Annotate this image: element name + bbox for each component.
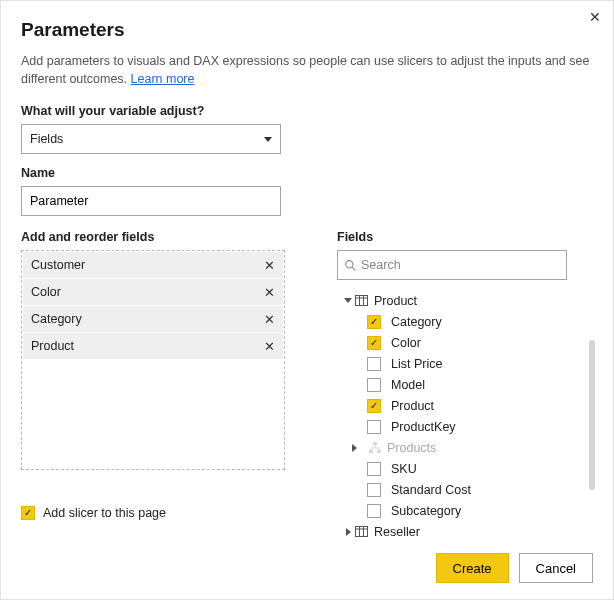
tree-field-row[interactable]: Model xyxy=(367,374,593,395)
svg-rect-8 xyxy=(377,450,381,453)
description-text: Add parameters to visuals and DAX expres… xyxy=(21,54,589,86)
remove-icon[interactable]: ✕ xyxy=(264,339,275,354)
chevron-right-icon[interactable] xyxy=(349,444,359,452)
add-slicer-label: Add slicer to this page xyxy=(43,506,166,520)
field-checkbox[interactable] xyxy=(367,483,381,497)
add-slicer-checkbox[interactable]: ✓ xyxy=(21,506,35,520)
reorder-item[interactable]: Category ✕ xyxy=(23,306,283,333)
tree-field-row[interactable]: ProductKey xyxy=(367,416,593,437)
dialog-footer: Create Cancel xyxy=(436,553,594,583)
tree-field-row[interactable]: ✓Product xyxy=(367,395,593,416)
field-checkbox[interactable]: ✓ xyxy=(367,315,381,329)
fields-column: Fields Search Product ✓Category ✓Color L… xyxy=(303,230,593,530)
tree-field-label: ProductKey xyxy=(391,420,456,434)
svg-rect-7 xyxy=(369,450,373,453)
tree-field-label: Subcategory xyxy=(391,504,461,518)
field-checkbox[interactable] xyxy=(367,504,381,518)
name-input-field[interactable] xyxy=(30,194,272,208)
reorder-box: Customer ✕ Color ✕ Category ✕ Product ✕ xyxy=(21,250,285,470)
tree-field-label: Model xyxy=(391,378,425,392)
fields-label: Fields xyxy=(337,230,593,244)
scrollbar[interactable] xyxy=(589,340,595,490)
name-label: Name xyxy=(21,166,593,180)
tree-field-row[interactable]: Standard Cost xyxy=(367,479,593,500)
tree-field-label: Standard Cost xyxy=(391,483,471,497)
tree-table-row[interactable]: Product xyxy=(343,290,593,311)
create-button[interactable]: Create xyxy=(436,553,509,583)
search-placeholder: Search xyxy=(361,258,401,272)
field-checkbox[interactable]: ✓ xyxy=(367,336,381,350)
field-checkbox[interactable] xyxy=(367,357,381,371)
fields-tree: Product ✓Category ✓Color List Price Mode… xyxy=(337,290,593,530)
reorder-item-label: Category xyxy=(31,312,82,326)
close-icon[interactable]: ✕ xyxy=(589,9,601,25)
name-input[interactable] xyxy=(21,186,281,216)
field-checkbox[interactable]: ✓ xyxy=(367,399,381,413)
tree-field-row[interactable]: SKU xyxy=(367,458,593,479)
tree-field-label: Products xyxy=(387,441,436,455)
parameters-dialog: ✕ Parameters Add parameters to visuals a… xyxy=(0,0,614,600)
tree-field-label: List Price xyxy=(391,357,442,371)
reorder-item-label: Color xyxy=(31,285,61,299)
svg-line-1 xyxy=(352,267,355,270)
hierarchy-icon xyxy=(369,442,381,454)
search-icon xyxy=(344,259,357,272)
add-slicer-row[interactable]: ✓ Add slicer to this page xyxy=(21,506,303,520)
svg-rect-6 xyxy=(373,442,377,445)
remove-icon[interactable]: ✕ xyxy=(264,285,275,300)
field-checkbox[interactable] xyxy=(367,420,381,434)
remove-icon[interactable]: ✕ xyxy=(264,312,275,327)
remove-icon[interactable]: ✕ xyxy=(264,258,275,273)
tree-field-label: Color xyxy=(391,336,421,350)
dialog-title: Parameters xyxy=(21,19,593,41)
tree-field-label: Category xyxy=(391,315,442,329)
chevron-down-icon[interactable] xyxy=(343,298,353,303)
tree-table-label: Product xyxy=(374,294,417,308)
tree-hierarchy-row[interactable]: Products xyxy=(349,437,593,458)
tree-table-row[interactable]: Reseller xyxy=(343,521,593,542)
tree-field-row[interactable]: Subcategory xyxy=(367,500,593,521)
chevron-down-icon xyxy=(264,137,272,142)
svg-point-0 xyxy=(346,260,353,267)
fields-search-input[interactable]: Search xyxy=(337,250,567,280)
dialog-description: Add parameters to visuals and DAX expres… xyxy=(21,53,593,88)
tree-table-label: Reseller xyxy=(374,525,420,539)
learn-more-link[interactable]: Learn more xyxy=(131,72,195,86)
field-checkbox[interactable] xyxy=(367,378,381,392)
cancel-button[interactable]: Cancel xyxy=(519,553,593,583)
field-checkbox[interactable] xyxy=(367,462,381,476)
variable-adjust-value: Fields xyxy=(30,132,63,146)
tree-field-row[interactable]: ✓Category xyxy=(367,311,593,332)
tree-children: ✓Category ✓Color List Price Model ✓Produ… xyxy=(367,311,593,521)
svg-rect-13 xyxy=(356,527,368,537)
reorder-item-label: Customer xyxy=(31,258,85,272)
variable-adjust-select[interactable]: Fields xyxy=(21,124,281,154)
tree-field-row[interactable]: ✓Color xyxy=(367,332,593,353)
chevron-right-icon[interactable] xyxy=(343,528,353,536)
tree-field-label: SKU xyxy=(391,462,417,476)
svg-rect-2 xyxy=(356,296,368,306)
table-icon xyxy=(355,295,368,306)
reorder-item-label: Product xyxy=(31,339,74,353)
reorder-column: Add and reorder fields Customer ✕ Color … xyxy=(21,230,303,530)
variable-adjust-label: What will your variable adjust? xyxy=(21,104,593,118)
reorder-item[interactable]: Customer ✕ xyxy=(23,252,283,279)
reorder-item[interactable]: Product ✕ xyxy=(23,333,283,360)
reorder-label: Add and reorder fields xyxy=(21,230,303,244)
reorder-item[interactable]: Color ✕ xyxy=(23,279,283,306)
tree-field-row[interactable]: List Price xyxy=(367,353,593,374)
tree-field-label: Product xyxy=(391,399,434,413)
table-icon xyxy=(355,526,368,537)
